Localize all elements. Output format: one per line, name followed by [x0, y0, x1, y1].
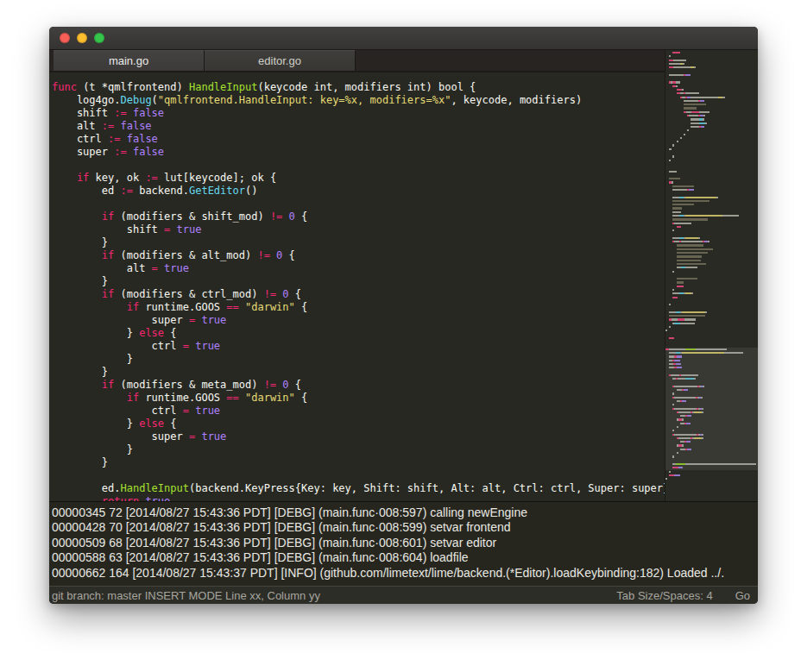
code-line: ctrl := false	[52, 133, 665, 146]
code-line: ed := backend.GetEditor()	[52, 185, 665, 198]
close-button[interactable]	[60, 33, 70, 43]
code-line: alt = true	[52, 262, 665, 275]
code-line: } else {	[52, 418, 665, 430]
code-line: }	[52, 456, 665, 469]
editor-window: main.go editor.go func (t *qmlfrontend) …	[49, 27, 758, 604]
minimap-content-above	[665, 51, 758, 348]
code-line: super = true	[52, 314, 665, 327]
tab-main-go[interactable]: main.go	[54, 50, 205, 71]
minimap[interactable]	[665, 50, 758, 501]
code-line: if (modifiers & ctrl_mod) != 0 {	[52, 288, 665, 301]
code-line: if key, ok := lut[keycode]; ok {	[52, 172, 665, 185]
code-line: if (modifiers & alt_mod) != 0 {	[52, 249, 665, 262]
code-line	[52, 159, 665, 172]
code-line: }	[52, 236, 665, 249]
code-line: alt := false	[52, 120, 665, 133]
code-line: }	[52, 443, 665, 456]
main-content-row: main.go editor.go func (t *qmlfrontend) …	[49, 50, 758, 501]
code-line: super := false	[52, 146, 665, 159]
status-left-text: git branch: master INSERT MODE Line xx, …	[52, 589, 616, 602]
code-line: ed.HandleInput(backend.KeyPress{Key: key…	[52, 482, 665, 495]
code-line	[52, 469, 665, 482]
code-line: super = true	[52, 430, 665, 443]
code-line: } else {	[52, 327, 665, 340]
tab-bar: main.go editor.go	[49, 50, 665, 72]
console-output-panel[interactable]: 00000345 72 [2014/08/27 15:43:36 PDT] [D…	[49, 501, 758, 586]
tab-editor-go[interactable]: editor.go	[205, 50, 356, 71]
code-line: if (modifiers & meta_mod) != 0 {	[52, 379, 665, 392]
code-line: shift = true	[52, 223, 665, 236]
code-line: if (modifiers & shift_mod) != 0 {	[52, 210, 665, 223]
status-bar: git branch: master INSERT MODE Line xx, …	[49, 586, 758, 604]
code-line: ctrl = true	[52, 405, 665, 418]
minimap-viewport[interactable]	[665, 348, 758, 470]
minimap-content-below	[665, 470, 758, 481]
tab-label: main.go	[109, 54, 148, 67]
tab-size-indicator[interactable]: Tab Size/Spaces: 4	[616, 589, 712, 602]
log-line: 00000662 164 [2014/08/27 15:43:37 PDT] […	[52, 566, 758, 581]
code-line: func (t *qmlfrontend) HandleInput(keycod…	[52, 81, 665, 94]
log-line: 00000428 70 [2014/08/27 15:43:36 PDT] [D…	[52, 520, 758, 535]
code-line: }	[52, 353, 665, 366]
minimap-line	[665, 477, 758, 480]
log-line: 00000345 72 [2014/08/27 15:43:36 PDT] [D…	[52, 506, 758, 520]
code-editor-surface[interactable]: func (t *qmlfrontend) HandleInput(keycod…	[49, 72, 665, 501]
code-line: if runtime.GOOS == "darwin" {	[52, 392, 665, 405]
code-line	[52, 198, 665, 210]
code-line: shift := false	[52, 107, 665, 120]
zoom-button[interactable]	[94, 33, 104, 43]
window-titlebar[interactable]	[49, 27, 758, 50]
code-line: }	[52, 275, 665, 288]
tab-bar-empty-space	[356, 50, 665, 71]
syntax-indicator[interactable]: Go	[735, 589, 750, 602]
code-line: if runtime.GOOS == "darwin" {	[52, 301, 665, 314]
desktop-background: main.go editor.go func (t *qmlfrontend) …	[0, 0, 801, 672]
tab-label: editor.go	[258, 54, 301, 67]
minimize-button[interactable]	[77, 33, 87, 43]
code-line: log4go.Debug("qmlfrontend.HandleInput: k…	[52, 94, 665, 107]
code-line: ctrl = true	[52, 340, 665, 353]
log-line: 00000588 63 [2014/08/27 15:43:36 PDT] [D…	[52, 550, 758, 565]
code-line: return true	[52, 495, 665, 501]
editor-column: main.go editor.go func (t *qmlfrontend) …	[49, 50, 665, 501]
log-line: 00000509 68 [2014/08/27 15:43:36 PDT] [D…	[52, 536, 758, 550]
code-line: }	[52, 366, 665, 379]
